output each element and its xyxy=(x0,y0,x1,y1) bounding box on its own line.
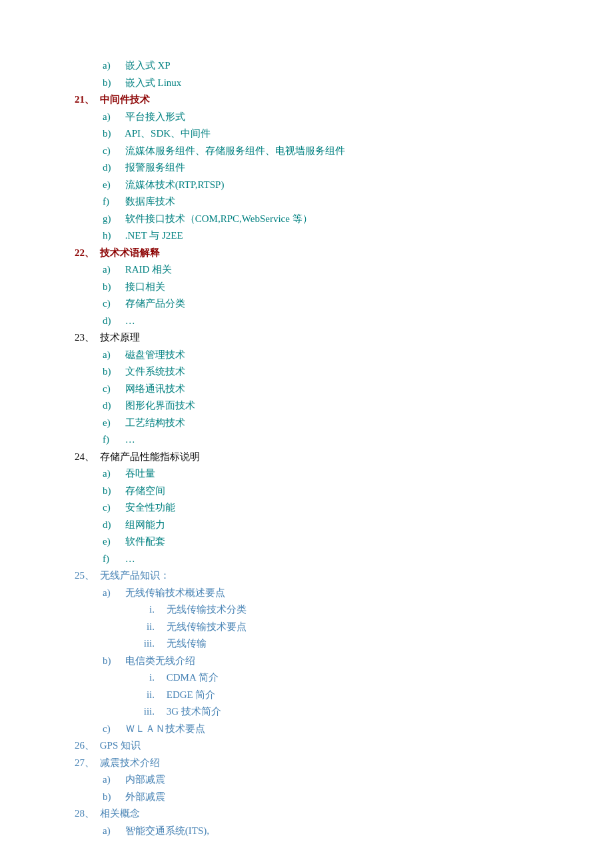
item-number: a) xyxy=(103,771,123,789)
outline-item: d) 组网能力 xyxy=(103,517,586,534)
outline-item: h) .NET 与 J2EE xyxy=(103,227,586,245)
item-text: 接口相关 xyxy=(125,281,165,292)
item-number: e) xyxy=(103,415,123,432)
item-number: a) xyxy=(103,347,123,364)
item-text: 组网能力 xyxy=(125,519,165,530)
item-text: 安全性功能 xyxy=(125,502,175,513)
outline-item: 25、 无线产品知识： xyxy=(75,567,586,585)
outline-item: iii. 无线传输 xyxy=(131,635,586,653)
item-number: b) xyxy=(103,653,123,670)
outline-item: i. 无线传输技术分类 xyxy=(131,601,586,619)
item-number: f) xyxy=(103,551,123,568)
item-text: 嵌入式 Linux xyxy=(125,77,182,88)
outline-item: a) 无线传输技术概述要点 xyxy=(103,585,586,602)
item-number: 21、 xyxy=(75,91,97,109)
outline-item: a) RAID 相关 xyxy=(103,261,586,279)
outline-item: c) 存储产品分类 xyxy=(103,295,586,313)
item-number: iii. xyxy=(131,703,155,721)
item-text: 平台接入形式 xyxy=(125,111,185,122)
item-number: d) xyxy=(103,397,123,415)
item-number: b) xyxy=(103,363,123,381)
document-outline: a) 嵌入式 XPb) 嵌入式 Linux21、 中间件技术a) 平台接入形式b… xyxy=(75,57,586,839)
item-number: f) xyxy=(103,431,123,449)
item-text: 技术术语解释 xyxy=(100,247,160,258)
outline-item: 22、 技术术语解释 xyxy=(75,245,586,262)
item-number: ii. xyxy=(131,687,155,704)
item-text: 文件系统技术 xyxy=(125,366,185,377)
item-number: d) xyxy=(103,313,123,330)
item-number: d) xyxy=(103,517,123,534)
item-text: 报警服务组件 xyxy=(125,162,185,173)
item-number: a) xyxy=(103,109,123,126)
item-number: e) xyxy=(103,177,123,194)
item-text: 技术原理 xyxy=(100,332,140,343)
item-text: 吞吐量 xyxy=(125,468,155,479)
item-number: 23、 xyxy=(75,329,97,347)
outline-item: e) 流媒体技术(RTP,RTSP) xyxy=(103,177,586,194)
item-text: 软件配套 xyxy=(125,536,165,547)
outline-item: i. CDMA 简介 xyxy=(131,669,586,687)
item-text: 无线传输技术要点 xyxy=(167,621,247,632)
item-text: API、SDK、中间件 xyxy=(125,128,211,139)
item-text: EDGE 简介 xyxy=(167,689,216,700)
item-number: g) xyxy=(103,211,123,228)
outline-item: e) 软件配套 xyxy=(103,533,586,551)
item-text: 智能交通系统(ITS), xyxy=(125,825,209,836)
item-number: 25、 xyxy=(75,567,97,585)
outline-item: f) … xyxy=(103,431,586,449)
item-number: c) xyxy=(103,381,123,398)
item-text: 无线传输 xyxy=(167,638,207,649)
item-number: a) xyxy=(103,465,123,483)
item-number: i. xyxy=(131,601,155,619)
item-text: 存储空间 xyxy=(125,485,165,496)
item-number: 24、 xyxy=(75,449,97,466)
item-number: i. xyxy=(131,669,155,687)
item-text: … xyxy=(125,434,135,445)
item-number: iii. xyxy=(131,635,155,653)
outline-item: b) 接口相关 xyxy=(103,279,586,296)
outline-item: b) 存储空间 xyxy=(103,483,586,500)
outline-item: a) 磁盘管理技术 xyxy=(103,347,586,364)
outline-item: c) ＷＬＡＮ技术要点 xyxy=(103,721,586,738)
outline-item: a) 吞吐量 xyxy=(103,465,586,483)
item-number: c) xyxy=(103,721,123,738)
outline-item: a) 平台接入形式 xyxy=(103,109,586,126)
outline-item: b) 文件系统技术 xyxy=(103,363,586,381)
outline-item: a) 内部减震 xyxy=(103,771,586,789)
item-number: ii. xyxy=(131,619,155,636)
outline-item: 28、 相关概念 xyxy=(75,805,586,823)
outline-item: c) 安全性功能 xyxy=(103,499,586,517)
item-text: .NET 与 J2EE xyxy=(125,230,183,241)
outline-item: f) 数据库技术 xyxy=(103,193,586,211)
item-text: 数据库技术 xyxy=(125,196,175,207)
item-text: 无线传输技术概述要点 xyxy=(125,587,225,598)
item-text: 相关概念 xyxy=(100,808,140,819)
item-text: 中间件技术 xyxy=(100,94,150,105)
outline-item: b) 嵌入式 Linux xyxy=(103,75,586,92)
item-text: 外部减震 xyxy=(125,791,165,802)
item-number: 26、 xyxy=(75,737,97,755)
item-text: 图形化界面技术 xyxy=(125,400,195,411)
item-text: 电信类无线介绍 xyxy=(125,655,195,666)
outline-item: ii. EDGE 简介 xyxy=(131,687,586,704)
item-text: 流媒体技术(RTP,RTSP) xyxy=(125,179,225,190)
outline-item: 24、 存储产品性能指标说明 xyxy=(75,449,586,466)
item-number: 27、 xyxy=(75,755,97,772)
outline-item: g) 软件接口技术（COM,RPC,WebService 等） xyxy=(103,211,586,228)
item-text: 内部减震 xyxy=(125,774,165,785)
item-text: 流媒体服务组件、存储服务组件、电视墙服务组件 xyxy=(125,145,345,156)
item-number: d) xyxy=(103,159,123,177)
outline-item: f) … xyxy=(103,551,586,568)
item-number: a) xyxy=(103,57,123,75)
item-number: b) xyxy=(103,279,123,296)
outline-item: e) 工艺结构技术 xyxy=(103,415,586,432)
item-number: b) xyxy=(103,483,123,500)
item-number: b) xyxy=(103,789,123,806)
outline-item: d) 报警服务组件 xyxy=(103,159,586,177)
item-text: 存储产品分类 xyxy=(125,298,185,309)
outline-item: 27、 减震技术介绍 xyxy=(75,755,586,772)
item-number: f) xyxy=(103,193,123,211)
item-text: … xyxy=(125,553,135,564)
item-text: RAID 相关 xyxy=(125,264,172,275)
outline-item: b) API、SDK、中间件 xyxy=(103,125,586,143)
